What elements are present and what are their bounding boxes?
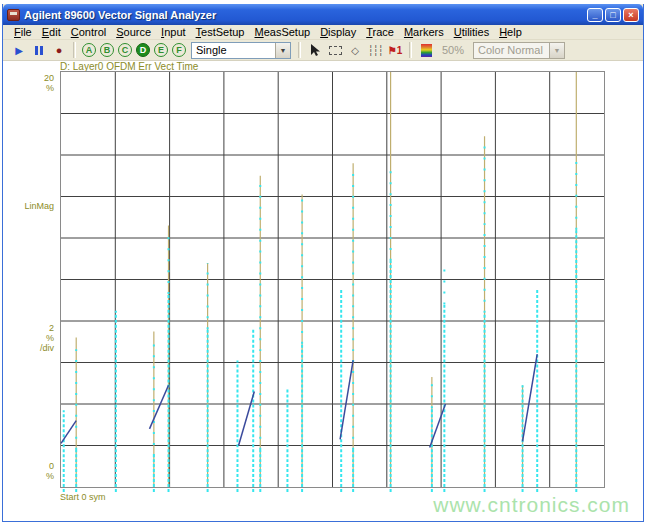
record-button[interactable]: ● bbox=[50, 42, 68, 59]
x-axis-start-label: Start 0 sym bbox=[60, 492, 106, 502]
trace-f-button[interactable]: F bbox=[172, 43, 186, 57]
menu-meassetup[interactable]: MeasSetup bbox=[249, 25, 315, 39]
trace-d-button[interactable]: D bbox=[136, 43, 150, 57]
pause-icon bbox=[35, 46, 43, 55]
menu-edit[interactable]: Edit bbox=[37, 25, 66, 39]
menu-bar: File Edit Control Source Input TestSetup… bbox=[3, 25, 643, 40]
app-window: Agilent 89600 Vector Signal Analyzer _ □… bbox=[2, 4, 644, 522]
menu-trace[interactable]: Trace bbox=[361, 25, 399, 39]
marker-diamond-button[interactable]: ◇ bbox=[346, 42, 364, 59]
menu-source[interactable]: Source bbox=[111, 25, 156, 39]
chevron-down-icon[interactable]: ▼ bbox=[275, 43, 290, 58]
chevron-down-icon: ▼ bbox=[549, 43, 564, 58]
trace-c-button[interactable]: C bbox=[118, 43, 132, 57]
window-title: Agilent 89600 Vector Signal Analyzer bbox=[24, 9, 587, 21]
band-markers-icon: ┆┆┆ bbox=[367, 45, 382, 56]
app-icon bbox=[7, 9, 20, 21]
trace-plot bbox=[61, 72, 604, 487]
measurement-area: D: Layer0 OFDM Err Vect Time 20 % LinMag… bbox=[3, 61, 643, 521]
color-scale-button[interactable] bbox=[417, 42, 435, 59]
sweep-mode-select[interactable]: Single ▼ bbox=[191, 42, 291, 59]
menu-file[interactable]: File bbox=[9, 25, 37, 39]
watermark: www.cntronics.com bbox=[433, 493, 630, 517]
y-axis-top-label: 20 % bbox=[3, 73, 57, 93]
menu-utilities[interactable]: Utilities bbox=[449, 25, 494, 39]
toolbar: ▶ ● A B C D E F Single ▼ bbox=[3, 40, 643, 61]
color-mode-select: Color Normal ▼ bbox=[473, 42, 565, 59]
rainbow-gradient-icon bbox=[421, 44, 432, 57]
marker-1-icon: ⚑1 bbox=[388, 45, 403, 56]
cursor-arrow-icon bbox=[310, 44, 321, 57]
band-markers-button[interactable]: ┆┆┆ bbox=[366, 42, 384, 59]
color-mode-value: Color Normal bbox=[474, 44, 549, 56]
toolbar-separator bbox=[73, 42, 76, 58]
play-icon: ▶ bbox=[15, 45, 23, 56]
pause-button[interactable] bbox=[30, 42, 48, 59]
zoom-level-label: 50% bbox=[442, 44, 464, 56]
diamond-marker-icon: ◇ bbox=[351, 45, 359, 56]
marker-1-button[interactable]: ⚑1 bbox=[386, 42, 404, 59]
menu-control[interactable]: Control bbox=[66, 25, 111, 39]
menu-markers[interactable]: Markers bbox=[399, 25, 449, 39]
sweep-mode-value: Single bbox=[192, 44, 275, 56]
trace-e-button[interactable]: E bbox=[154, 43, 168, 57]
title-bar[interactable]: Agilent 89600 Vector Signal Analyzer _ □… bbox=[3, 4, 643, 25]
toolbar-separator bbox=[409, 42, 412, 58]
trace-plot-grid bbox=[60, 71, 605, 488]
menu-display[interactable]: Display bbox=[315, 25, 361, 39]
menu-help[interactable]: Help bbox=[494, 25, 527, 39]
y-axis-scale-label: 2 % /div bbox=[3, 323, 57, 353]
screen: Agilent 89600 Vector Signal Analyzer _ □… bbox=[0, 0, 646, 523]
maximize-button[interactable]: □ bbox=[605, 8, 621, 22]
trace-b-button[interactable]: B bbox=[100, 43, 114, 57]
pointer-tool-button[interactable] bbox=[306, 42, 324, 59]
trace-a-button[interactable]: A bbox=[82, 43, 96, 57]
y-axis-format-label: LinMag bbox=[3, 201, 57, 211]
toolbar-separator bbox=[298, 42, 301, 58]
menu-testsetup[interactable]: TestSetup bbox=[191, 25, 250, 39]
record-icon: ● bbox=[56, 44, 63, 56]
selection-rect-icon bbox=[329, 46, 342, 55]
play-button[interactable]: ▶ bbox=[10, 42, 28, 59]
minimize-button[interactable]: _ bbox=[587, 8, 603, 22]
y-axis-bottom-label: 0 % bbox=[3, 461, 57, 481]
zoom-select-tool-button[interactable] bbox=[326, 42, 344, 59]
close-button[interactable]: × bbox=[623, 8, 639, 22]
menu-input[interactable]: Input bbox=[156, 25, 190, 39]
